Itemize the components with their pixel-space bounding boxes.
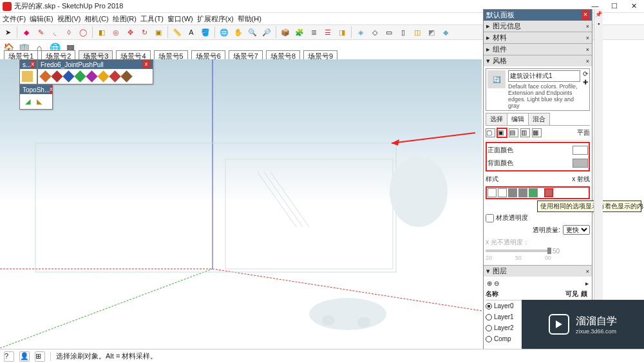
tape-tool-icon[interactable]: 📏 [171, 26, 184, 39]
layer-radio[interactable] [486, 314, 492, 320]
viewport[interactable] [0, 59, 482, 348]
style-name-input[interactable]: 建筑设计样式1 [508, 70, 580, 82]
style-update-icon[interactable]: ⟳ [583, 70, 588, 77]
close-icon[interactable]: × [582, 10, 589, 20]
floater-title[interactable]: TopoSh... x [20, 85, 52, 94]
orbit-tool-icon[interactable]: 🌐 [218, 26, 231, 39]
move-tool-icon[interactable]: ✥ [124, 26, 137, 39]
offset-tool-icon[interactable]: ◎ [109, 26, 122, 39]
style-new-icon[interactable]: ✚ [583, 79, 588, 86]
mono-mode-icon[interactable] [529, 188, 538, 197]
collapse-icon[interactable]: × [586, 268, 589, 275]
components-icon[interactable]: 🧩 [293, 26, 306, 39]
close-button[interactable]: ✕ [630, 2, 638, 10]
jpp-icon[interactable] [86, 71, 97, 82]
layers-menu-icon[interactable]: ▸ [585, 280, 589, 287]
status-icon[interactable]: 👤 [19, 351, 30, 362]
zoom-extents-icon[interactable]: 🔎 [260, 26, 273, 39]
rectangle-tool-icon[interactable]: ◊ [62, 26, 75, 39]
floater-fredo6[interactable]: Fredo6_JointPushPull x [37, 59, 153, 84]
pushpull-tool-icon[interactable]: ◧ [95, 26, 108, 39]
subtab-select[interactable]: 选择 [486, 113, 507, 125]
shaded-mode-icon[interactable] [508, 188, 517, 197]
status-icon[interactable]: ? [4, 351, 14, 362]
face-settings-icon[interactable]: ▣ [497, 128, 507, 137]
menu-tools[interactable]: 工具(T) [140, 14, 164, 24]
collapse-icon[interactable]: × [586, 23, 589, 30]
top-view-icon[interactable]: ◇ [368, 26, 381, 39]
section-header[interactable]: ▸ 组件 × [484, 44, 592, 55]
layer-radio[interactable] [486, 303, 492, 309]
front-color-swatch[interactable] [573, 146, 588, 155]
strip-pin-icon[interactable]: 📌 [595, 11, 603, 19]
mat-trans-checkbox[interactable] [486, 214, 494, 222]
select-tool-icon[interactable]: ➤ [1, 26, 14, 39]
jpp-icon[interactable] [40, 71, 51, 82]
layer-radio[interactable] [486, 325, 492, 331]
style-icon[interactable]: ◆ [439, 26, 452, 39]
back-color-swatch[interactable] [573, 159, 588, 168]
menu-window[interactable]: 窗口(W) [167, 14, 193, 24]
collapse-icon[interactable]: × [586, 58, 589, 64]
collapse-icon[interactable]: × [586, 35, 589, 41]
outliner-icon[interactable]: ☰ [321, 26, 334, 39]
layer-remove-icon[interactable]: ⊖ [494, 280, 499, 287]
menu-extensions[interactable]: 扩展程序(x) [197, 14, 234, 24]
palette-icon[interactable] [22, 71, 33, 82]
shaded-tex-mode-icon[interactable] [518, 188, 527, 197]
section-header[interactable]: ▸ 图元信息 × [484, 21, 592, 32]
collapse-icon[interactable]: × [586, 46, 589, 53]
jpp-icon[interactable] [52, 71, 62, 82]
section-header[interactable]: ▸ 材料 × [484, 32, 592, 43]
jpp-icon[interactable] [109, 71, 120, 82]
jpp-icon[interactable] [98, 71, 109, 82]
subtab-edit[interactable]: 编辑 [507, 113, 529, 125]
xray-mode-icon[interactable] [544, 188, 553, 197]
layers-icon[interactable]: ≣ [307, 26, 320, 39]
menu-edit[interactable]: 编辑(E) [30, 14, 53, 24]
status-icon[interactable]: ⊞ [35, 351, 45, 362]
arc-tool-icon[interactable]: ◟ [48, 26, 61, 39]
eraser-tool-icon[interactable]: ◆ [20, 26, 33, 39]
bg-settings-icon[interactable]: ▤ [509, 128, 518, 137]
toposhaper-icon[interactable]: ◣ [33, 96, 44, 107]
paint-tool-icon[interactable]: 🪣 [199, 26, 212, 39]
iso-view-icon[interactable]: ◈ [354, 26, 367, 39]
jpp-icon[interactable] [75, 71, 86, 82]
style-thumb-icon[interactable]: 🔄 [488, 70, 506, 88]
section-header[interactable]: ▾ 风格 × [484, 55, 592, 66]
close-icon[interactable]: x [142, 61, 150, 68]
back-view-icon[interactable]: ◫ [411, 26, 424, 39]
menu-help[interactable]: 帮助(H) [238, 14, 261, 24]
opacity-slider[interactable] [486, 250, 550, 252]
warehouse-icon[interactable]: 📦 [279, 26, 292, 39]
layer-radio[interactable] [486, 336, 492, 342]
pencil-tool-icon[interactable]: ✎ [34, 26, 47, 39]
menu-camera[interactable]: 相机(C) [84, 14, 108, 24]
toposhaper-icon[interactable]: ◢ [22, 96, 33, 107]
jpp-icon[interactable] [63, 71, 74, 82]
section-icon[interactable]: ◨ [336, 26, 348, 39]
wireframe-mode-icon[interactable] [488, 188, 497, 197]
circle-tool-icon[interactable]: ◯ [77, 26, 90, 39]
section-header[interactable]: ▾ 图层 × [484, 266, 592, 277]
menu-view[interactable]: 视图(V) [57, 14, 81, 24]
maximize-button[interactable]: ☐ [611, 2, 618, 10]
modeling-settings-icon[interactable]: ▦ [532, 128, 542, 137]
edge-settings-icon[interactable]: ▢ [486, 128, 495, 137]
zoom-tool-icon[interactable]: 🔍 [246, 26, 259, 39]
strip-item-icon[interactable]: ▪ [595, 21, 603, 28]
left-view-icon[interactable]: ◩ [425, 26, 438, 39]
watermark-settings-icon[interactable]: ▥ [520, 128, 530, 137]
close-icon[interactable]: x [50, 86, 53, 93]
subtab-mix[interactable]: 混合 [528, 113, 550, 125]
rotate-tool-icon[interactable]: ↻ [138, 26, 151, 39]
jpp-icon[interactable] [121, 71, 132, 82]
text-tool-icon[interactable]: A [185, 26, 198, 39]
menu-draw[interactable]: 绘图(R) [113, 14, 137, 24]
front-view-icon[interactable]: ▭ [383, 26, 395, 39]
floater-small[interactable]: s...x [19, 59, 37, 84]
floater-title[interactable]: Fredo6_JointPushPull x [38, 60, 153, 69]
tray-title[interactable]: 默认面板 × [484, 10, 592, 21]
hidden-mode-icon[interactable] [498, 188, 507, 197]
